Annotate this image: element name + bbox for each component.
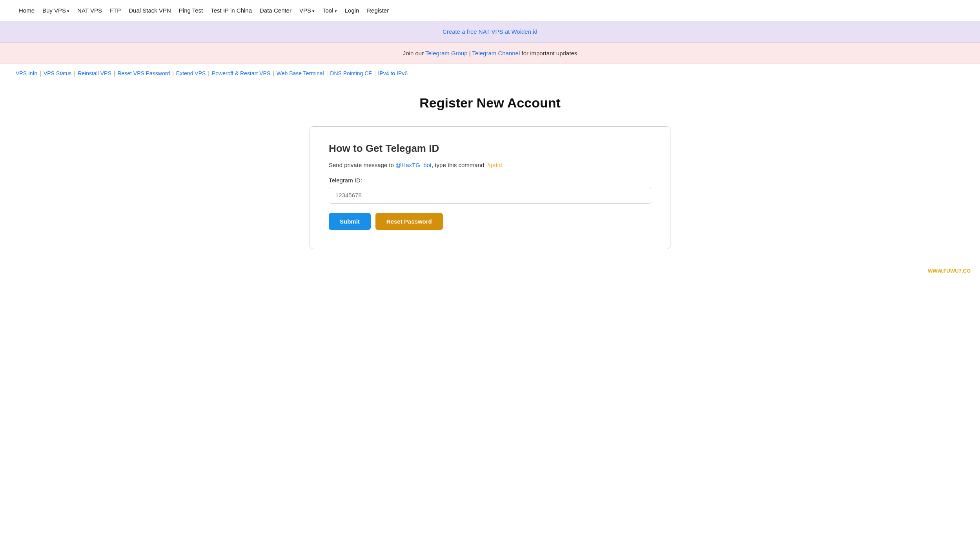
banner-pink-separator: | [468, 50, 472, 56]
page-title-area: Register New Account [0, 83, 980, 118]
nav-login[interactable]: Login [342, 5, 362, 15]
banner-purple-link[interactable]: Create a free NAT VPS at Woiden.id [443, 28, 537, 35]
reset-password-button[interactable]: Reset Password [375, 213, 443, 230]
desc-prefix: Send private message to [329, 162, 395, 168]
breadcrumb-reinstall[interactable]: Reinstall VPS [78, 70, 111, 76]
desc-middle: , type this command: [432, 162, 488, 168]
nav-dual-stack-vpn[interactable]: Dual Stack VPN [126, 5, 174, 15]
breadcrumb-poweroff[interactable]: Poweroff & Restart VPS [212, 70, 270, 76]
nav-tool[interactable]: Tool [319, 5, 340, 15]
breadcrumb-ipv4-ipv6[interactable]: IPv4 to IPv6 [378, 70, 408, 76]
breadcrumb-vps-info[interactable]: VPS Info [16, 70, 37, 76]
sep-2: | [74, 70, 76, 76]
nav-buy-vps[interactable]: Buy VPS [39, 5, 73, 15]
sep-5: | [208, 70, 209, 76]
nav-data-center[interactable]: Data Center [257, 5, 295, 15]
footer-watermark: WWW.FUWU7.CO [0, 265, 980, 277]
breadcrumb-bar: VPS Info | VPS Status | Reinstall VPS | … [0, 64, 980, 83]
breadcrumb-extend[interactable]: Extend VPS [176, 70, 206, 76]
banner-pink: Join our Telegram Group | Telegram Chann… [0, 43, 980, 64]
sep-1: | [40, 70, 41, 76]
page-title: Register New Account [16, 95, 964, 111]
card-description: Send private message to @HaxTG_bot, type… [329, 162, 651, 168]
command-link[interactable]: /getid [488, 162, 502, 168]
banner-pink-prefix: Join our [403, 50, 425, 56]
breadcrumb-dns[interactable]: DNS Pointing CF [330, 70, 372, 76]
nav-ping-test[interactable]: Ping Test [176, 5, 206, 15]
sep-7: | [326, 70, 328, 76]
nav-test-ip-china[interactable]: Test IP in China [208, 5, 255, 15]
sep-6: | [273, 70, 274, 76]
telegram-id-input[interactable] [329, 187, 651, 204]
main-content: How to Get Telegam ID Send private messa… [294, 126, 686, 249]
telegram-id-label: Telegram ID: [329, 177, 651, 184]
telegram-group-link[interactable]: Telegram Group [425, 50, 468, 56]
breadcrumb-vps-status[interactable]: VPS Status [44, 70, 72, 76]
nav-ftp[interactable]: FTP [107, 5, 124, 15]
register-card: How to Get Telegam ID Send private messa… [310, 126, 670, 249]
breadcrumb-reset-password[interactable]: Reset VPS Password [117, 70, 170, 76]
sep-8: | [374, 70, 376, 76]
telegram-channel-link[interactable]: Telegram Channel [472, 50, 520, 56]
nav-nat-vps[interactable]: NAT VPS [74, 5, 105, 15]
bot-link[interactable]: @HaxTG_bot [395, 162, 432, 168]
banner-pink-suffix: for important updates [520, 50, 577, 56]
breadcrumb-web-terminal[interactable]: Web Base Terminal [277, 70, 324, 76]
nav-home[interactable]: Home [16, 5, 38, 15]
banner-purple: Create a free NAT VPS at Woiden.id [0, 21, 980, 43]
card-heading: How to Get Telegam ID [329, 142, 651, 155]
button-row: Submit Reset Password [329, 213, 651, 230]
main-nav: Home Buy VPS NAT VPS FTP Dual Stack VPN … [0, 0, 980, 21]
sep-3: | [114, 70, 115, 76]
nav-vps[interactable]: VPS [296, 5, 318, 15]
submit-button[interactable]: Submit [329, 213, 371, 230]
nav-register[interactable]: Register [364, 5, 392, 15]
sep-4: | [172, 70, 174, 76]
